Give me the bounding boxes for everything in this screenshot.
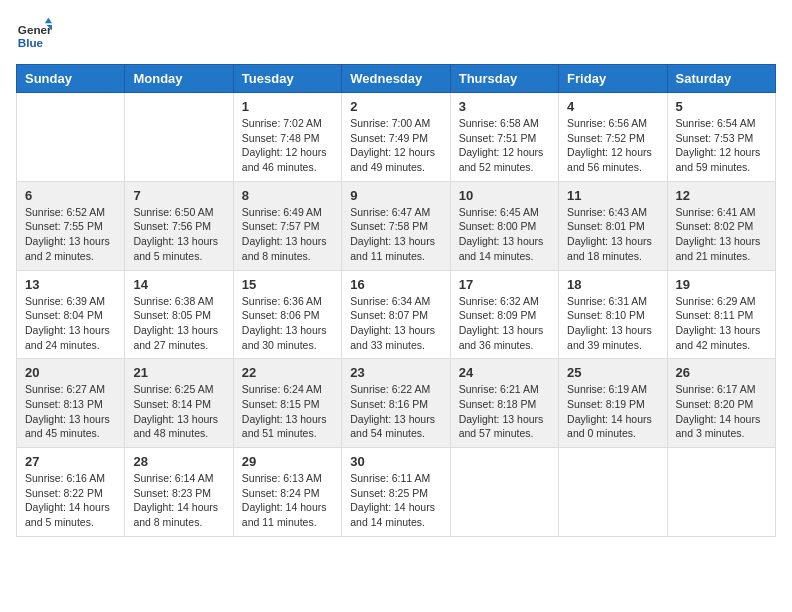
calendar-cell: 11Sunrise: 6:43 AM Sunset: 8:01 PM Dayli… (559, 181, 667, 270)
calendar-cell: 18Sunrise: 6:31 AM Sunset: 8:10 PM Dayli… (559, 270, 667, 359)
day-header-friday: Friday (559, 65, 667, 93)
day-info: Sunrise: 6:58 AM Sunset: 7:51 PM Dayligh… (459, 116, 550, 175)
day-number: 1 (242, 99, 333, 114)
day-info: Sunrise: 7:00 AM Sunset: 7:49 PM Dayligh… (350, 116, 441, 175)
day-info: Sunrise: 6:13 AM Sunset: 8:24 PM Dayligh… (242, 471, 333, 530)
calendar-cell: 27Sunrise: 6:16 AM Sunset: 8:22 PM Dayli… (17, 448, 125, 537)
calendar-cell: 21Sunrise: 6:25 AM Sunset: 8:14 PM Dayli… (125, 359, 233, 448)
day-info: Sunrise: 6:31 AM Sunset: 8:10 PM Dayligh… (567, 294, 658, 353)
day-number: 9 (350, 188, 441, 203)
calendar-week-2: 6Sunrise: 6:52 AM Sunset: 7:55 PM Daylig… (17, 181, 776, 270)
day-number: 8 (242, 188, 333, 203)
calendar-cell: 16Sunrise: 6:34 AM Sunset: 8:07 PM Dayli… (342, 270, 450, 359)
day-number: 20 (25, 365, 116, 380)
day-info: Sunrise: 7:02 AM Sunset: 7:48 PM Dayligh… (242, 116, 333, 175)
day-header-tuesday: Tuesday (233, 65, 341, 93)
calendar-cell (125, 93, 233, 182)
logo-icon: General Blue (16, 16, 52, 52)
calendar-week-1: 1Sunrise: 7:02 AM Sunset: 7:48 PM Daylig… (17, 93, 776, 182)
day-info: Sunrise: 6:24 AM Sunset: 8:15 PM Dayligh… (242, 382, 333, 441)
calendar-cell: 23Sunrise: 6:22 AM Sunset: 8:16 PM Dayli… (342, 359, 450, 448)
day-info: Sunrise: 6:43 AM Sunset: 8:01 PM Dayligh… (567, 205, 658, 264)
day-number: 28 (133, 454, 224, 469)
calendar-cell: 26Sunrise: 6:17 AM Sunset: 8:20 PM Dayli… (667, 359, 775, 448)
day-number: 6 (25, 188, 116, 203)
day-number: 7 (133, 188, 224, 203)
day-number: 3 (459, 99, 550, 114)
day-number: 2 (350, 99, 441, 114)
day-info: Sunrise: 6:11 AM Sunset: 8:25 PM Dayligh… (350, 471, 441, 530)
day-info: Sunrise: 6:47 AM Sunset: 7:58 PM Dayligh… (350, 205, 441, 264)
day-info: Sunrise: 6:16 AM Sunset: 8:22 PM Dayligh… (25, 471, 116, 530)
calendar-week-3: 13Sunrise: 6:39 AM Sunset: 8:04 PM Dayli… (17, 270, 776, 359)
day-number: 10 (459, 188, 550, 203)
calendar-cell: 3Sunrise: 6:58 AM Sunset: 7:51 PM Daylig… (450, 93, 558, 182)
day-number: 22 (242, 365, 333, 380)
day-info: Sunrise: 6:27 AM Sunset: 8:13 PM Dayligh… (25, 382, 116, 441)
day-header-thursday: Thursday (450, 65, 558, 93)
day-info: Sunrise: 6:54 AM Sunset: 7:53 PM Dayligh… (676, 116, 767, 175)
day-number: 12 (676, 188, 767, 203)
day-number: 15 (242, 277, 333, 292)
calendar-cell: 1Sunrise: 7:02 AM Sunset: 7:48 PM Daylig… (233, 93, 341, 182)
page-header: General Blue (16, 16, 776, 52)
calendar-cell: 2Sunrise: 7:00 AM Sunset: 7:49 PM Daylig… (342, 93, 450, 182)
calendar-cell: 9Sunrise: 6:47 AM Sunset: 7:58 PM Daylig… (342, 181, 450, 270)
day-number: 27 (25, 454, 116, 469)
day-info: Sunrise: 6:50 AM Sunset: 7:56 PM Dayligh… (133, 205, 224, 264)
day-info: Sunrise: 6:36 AM Sunset: 8:06 PM Dayligh… (242, 294, 333, 353)
day-info: Sunrise: 6:32 AM Sunset: 8:09 PM Dayligh… (459, 294, 550, 353)
calendar-cell (450, 448, 558, 537)
calendar-cell: 19Sunrise: 6:29 AM Sunset: 8:11 PM Dayli… (667, 270, 775, 359)
logo: General Blue (16, 16, 56, 52)
svg-text:General: General (18, 23, 52, 36)
calendar-cell (667, 448, 775, 537)
day-info: Sunrise: 6:45 AM Sunset: 8:00 PM Dayligh… (459, 205, 550, 264)
day-info: Sunrise: 6:56 AM Sunset: 7:52 PM Dayligh… (567, 116, 658, 175)
day-number: 4 (567, 99, 658, 114)
day-number: 24 (459, 365, 550, 380)
calendar-cell: 5Sunrise: 6:54 AM Sunset: 7:53 PM Daylig… (667, 93, 775, 182)
day-number: 29 (242, 454, 333, 469)
day-header-wednesday: Wednesday (342, 65, 450, 93)
day-number: 30 (350, 454, 441, 469)
calendar-cell: 20Sunrise: 6:27 AM Sunset: 8:13 PM Dayli… (17, 359, 125, 448)
day-info: Sunrise: 6:38 AM Sunset: 8:05 PM Dayligh… (133, 294, 224, 353)
day-number: 25 (567, 365, 658, 380)
day-number: 16 (350, 277, 441, 292)
day-info: Sunrise: 6:41 AM Sunset: 8:02 PM Dayligh… (676, 205, 767, 264)
day-info: Sunrise: 6:49 AM Sunset: 7:57 PM Dayligh… (242, 205, 333, 264)
calendar-cell: 15Sunrise: 6:36 AM Sunset: 8:06 PM Dayli… (233, 270, 341, 359)
day-info: Sunrise: 6:29 AM Sunset: 8:11 PM Dayligh… (676, 294, 767, 353)
calendar-table: SundayMondayTuesdayWednesdayThursdayFrid… (16, 64, 776, 537)
day-number: 17 (459, 277, 550, 292)
day-number: 18 (567, 277, 658, 292)
calendar-cell: 6Sunrise: 6:52 AM Sunset: 7:55 PM Daylig… (17, 181, 125, 270)
day-header-sunday: Sunday (17, 65, 125, 93)
day-number: 23 (350, 365, 441, 380)
calendar-cell: 24Sunrise: 6:21 AM Sunset: 8:18 PM Dayli… (450, 359, 558, 448)
calendar-cell: 8Sunrise: 6:49 AM Sunset: 7:57 PM Daylig… (233, 181, 341, 270)
day-number: 19 (676, 277, 767, 292)
calendar-cell: 13Sunrise: 6:39 AM Sunset: 8:04 PM Dayli… (17, 270, 125, 359)
day-info: Sunrise: 6:22 AM Sunset: 8:16 PM Dayligh… (350, 382, 441, 441)
calendar-cell: 25Sunrise: 6:19 AM Sunset: 8:19 PM Dayli… (559, 359, 667, 448)
day-info: Sunrise: 6:19 AM Sunset: 8:19 PM Dayligh… (567, 382, 658, 441)
calendar-cell: 17Sunrise: 6:32 AM Sunset: 8:09 PM Dayli… (450, 270, 558, 359)
day-number: 14 (133, 277, 224, 292)
calendar-cell (17, 93, 125, 182)
calendar-cell: 12Sunrise: 6:41 AM Sunset: 8:02 PM Dayli… (667, 181, 775, 270)
day-info: Sunrise: 6:17 AM Sunset: 8:20 PM Dayligh… (676, 382, 767, 441)
calendar-cell: 4Sunrise: 6:56 AM Sunset: 7:52 PM Daylig… (559, 93, 667, 182)
day-number: 11 (567, 188, 658, 203)
calendar-cell (559, 448, 667, 537)
calendar-week-5: 27Sunrise: 6:16 AM Sunset: 8:22 PM Dayli… (17, 448, 776, 537)
day-info: Sunrise: 6:39 AM Sunset: 8:04 PM Dayligh… (25, 294, 116, 353)
day-number: 26 (676, 365, 767, 380)
calendar-week-4: 20Sunrise: 6:27 AM Sunset: 8:13 PM Dayli… (17, 359, 776, 448)
day-number: 13 (25, 277, 116, 292)
day-info: Sunrise: 6:21 AM Sunset: 8:18 PM Dayligh… (459, 382, 550, 441)
calendar-cell: 29Sunrise: 6:13 AM Sunset: 8:24 PM Dayli… (233, 448, 341, 537)
day-number: 21 (133, 365, 224, 380)
day-info: Sunrise: 6:25 AM Sunset: 8:14 PM Dayligh… (133, 382, 224, 441)
